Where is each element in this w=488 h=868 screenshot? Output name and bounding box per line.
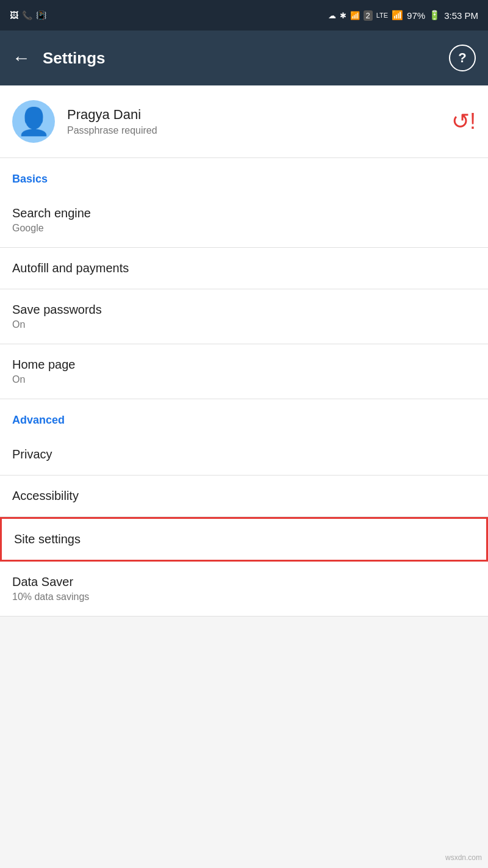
home-page-subtitle: On xyxy=(12,374,476,385)
battery-icon: 🔋 xyxy=(429,10,440,21)
profile-info: Pragya Dani Passphrase required xyxy=(67,107,444,136)
network-badge: 2 xyxy=(364,10,373,21)
bluetooth-icon: ✱ xyxy=(340,11,346,20)
home-page-item[interactable]: Home page On xyxy=(0,344,488,399)
autofill-item[interactable]: Autofill and payments xyxy=(0,248,488,289)
autofill-title: Autofill and payments xyxy=(12,261,476,275)
settings-header: ← Settings ? xyxy=(0,31,488,85)
lte-label: LTE xyxy=(376,12,388,19)
search-engine-item[interactable]: Search engine Google xyxy=(0,193,488,248)
avatar: 👤 xyxy=(12,100,55,143)
avatar-icon: 👤 xyxy=(17,106,51,137)
search-engine-title: Search engine xyxy=(12,206,476,220)
phone-icon: 📞 xyxy=(22,10,32,20)
sync-error-icon: ↺! xyxy=(451,109,476,134)
status-left-icons: 🖼 📞 📳 xyxy=(10,10,46,20)
profile-subtitle: Passphrase required xyxy=(67,125,444,136)
gallery-icon: 🖼 xyxy=(10,10,18,20)
data-saver-item[interactable]: Data Saver 10% data savings xyxy=(0,562,488,617)
profile-name: Pragya Dani xyxy=(67,107,444,123)
site-settings-title: Site settings xyxy=(14,532,81,546)
save-passwords-title: Save passwords xyxy=(12,303,476,317)
home-page-title: Home page xyxy=(12,358,476,372)
accessibility-item[interactable]: Accessibility xyxy=(0,476,488,517)
data-saver-subtitle: 10% data savings xyxy=(12,591,476,602)
back-button[interactable]: ← xyxy=(12,48,30,68)
profile-section[interactable]: 👤 Pragya Dani Passphrase required ↺! xyxy=(0,85,488,158)
page-title: Settings xyxy=(43,49,449,68)
search-engine-subtitle: Google xyxy=(12,223,476,234)
cloud-icon: ☁ xyxy=(328,11,336,20)
basics-label: Basics xyxy=(12,173,48,185)
wifi-icon: 📶 xyxy=(350,11,360,20)
advanced-label: Advanced xyxy=(12,414,65,426)
advanced-section-header: Advanced xyxy=(0,399,488,434)
status-bar: 🖼 📞 📳 ☁ ✱ 📶 2 LTE 📶 97% 🔋 3:53 PM xyxy=(0,0,488,31)
watermark: wsxdn.com xyxy=(445,853,482,862)
settings-content: 👤 Pragya Dani Passphrase required ↺! Bas… xyxy=(0,85,488,617)
privacy-title: Privacy xyxy=(12,447,476,461)
vibrate-icon: 📳 xyxy=(36,10,46,20)
basics-section-header: Basics xyxy=(0,158,488,193)
save-passwords-subtitle: On xyxy=(12,319,476,330)
save-passwords-item[interactable]: Save passwords On xyxy=(0,289,488,344)
status-right-icons: ☁ ✱ 📶 2 LTE 📶 97% 🔋 3:53 PM xyxy=(328,10,479,21)
site-settings-item[interactable]: Site settings xyxy=(0,517,488,562)
help-button[interactable]: ? xyxy=(449,45,476,71)
data-saver-title: Data Saver xyxy=(12,575,476,589)
privacy-item[interactable]: Privacy xyxy=(0,434,488,476)
accessibility-title: Accessibility xyxy=(12,489,476,503)
battery-text: 97% xyxy=(407,10,425,21)
time-display: 3:53 PM xyxy=(444,10,478,21)
signal-icon: 📶 xyxy=(392,10,403,21)
